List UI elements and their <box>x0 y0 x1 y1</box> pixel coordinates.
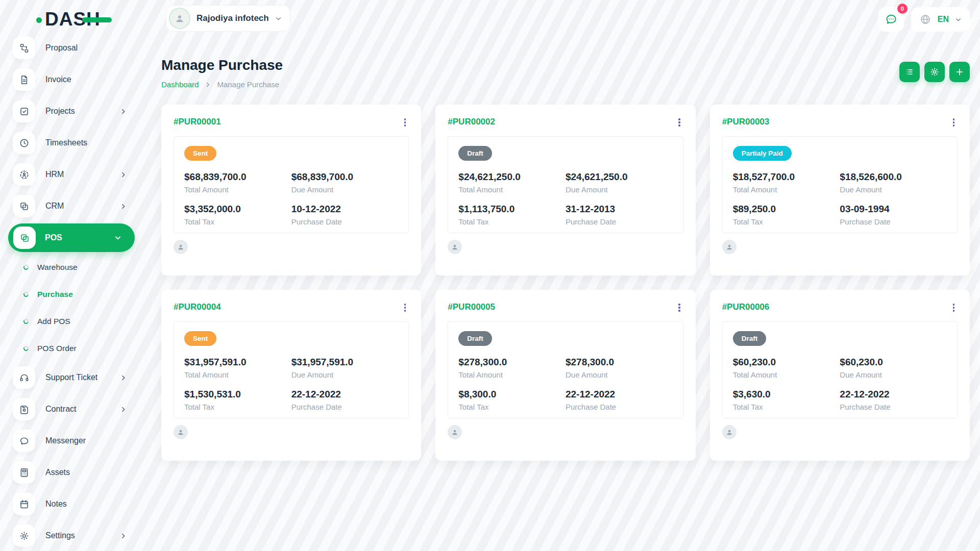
purchase-id-link[interactable]: #PUR00006 <box>722 302 770 312</box>
purchase-date-value: 31-12-2013 <box>566 204 673 215</box>
crm-icon <box>13 195 35 217</box>
messages-button[interactable]: 0 <box>878 7 904 32</box>
logo-dot <box>36 17 42 23</box>
workspace-dropdown[interactable]: Rajodiya infotech <box>166 5 290 32</box>
user-icon <box>174 13 185 24</box>
total-tax-label: Total Tax <box>458 217 566 226</box>
globe-icon <box>919 13 932 26</box>
list-view-icon <box>904 67 915 77</box>
bullet-icon <box>23 264 30 270</box>
main-content: Manage Purchase Dashboard Manage Purchas… <box>161 40 970 461</box>
avatar[interactable] <box>448 240 462 254</box>
total-tax-value: $1,530,531.0 <box>184 389 291 400</box>
language-code: EN <box>938 15 949 24</box>
breadcrumb-dashboard-link[interactable]: Dashboard <box>161 80 199 89</box>
total-tax-value: $1,113,750.0 <box>458 204 566 215</box>
avatar[interactable] <box>174 240 188 254</box>
list-view-button[interactable] <box>899 62 920 82</box>
purchase-id-link[interactable]: #PUR00004 <box>174 302 221 312</box>
notes-icon <box>13 493 35 515</box>
sidebar-subitem-pos-order[interactable]: POS Order <box>0 335 148 362</box>
chevron-right-icon <box>120 374 127 381</box>
due-amount-label: Due Amount <box>840 370 947 379</box>
purchase-id-link[interactable]: #PUR00001 <box>174 117 221 127</box>
total-amount-value: $31,957,591.0 <box>184 357 291 368</box>
total-tax-value: $3,630.0 <box>733 389 840 400</box>
purchase-date-label: Purchase Date <box>840 403 947 411</box>
sidebar-item-pos[interactable]: POS <box>0 222 148 254</box>
due-amount-value: $31,957,591.0 <box>291 357 399 368</box>
due-amount-label: Due Amount <box>566 370 673 379</box>
add-purchase-button[interactable] <box>949 62 970 82</box>
purchase-summary-box: Draft $60,230.0Total Amount $60,230.0Due… <box>722 321 958 418</box>
sidebar-item-settings[interactable]: Settings <box>0 520 148 551</box>
sidebar-item-crm[interactable]: CRM <box>0 190 148 222</box>
chevron-down-icon <box>955 16 962 23</box>
sidebar-item-messenger[interactable]: Messenger <box>0 425 148 457</box>
sidebar-item-contract[interactable]: Contract <box>0 393 148 425</box>
total-amount-label: Total Amount <box>184 370 291 379</box>
sidebar-item-assets[interactable]: Assets <box>0 457 148 488</box>
breadcrumb: Dashboard Manage Purchase <box>161 80 283 89</box>
breadcrumb-current: Manage Purchase <box>217 80 279 89</box>
sidebar-item-notes[interactable]: Notes <box>0 488 148 520</box>
total-amount-value: $24,621,250.0 <box>458 171 566 183</box>
purchase-summary-box: Sent $68,839,700.0Total Amount $68,839,7… <box>174 136 409 233</box>
purchase-cards-grid: #PUR00001 Sent $68,839,700.0Total Amount… <box>161 105 970 461</box>
purchase-id-link[interactable]: #PUR00003 <box>722 117 770 127</box>
avatar[interactable] <box>448 425 462 439</box>
pos-active-pill[interactable]: POS <box>8 223 135 252</box>
more-options-icon[interactable] <box>401 302 409 313</box>
settings-button[interactable] <box>924 62 945 82</box>
support-ticket-icon <box>13 366 35 389</box>
avatar[interactable] <box>722 240 737 254</box>
status-badge: Draft <box>733 331 767 346</box>
sidebar-item-timesheets[interactable]: Timesheets <box>0 127 148 159</box>
total-tax-value: $3,352,000.0 <box>184 204 291 215</box>
contract-icon <box>13 398 35 420</box>
language-selector[interactable]: EN <box>911 7 970 32</box>
due-amount-value: $60,230.0 <box>840 357 947 368</box>
status-badge: Sent <box>184 146 216 161</box>
plus-icon <box>954 67 965 77</box>
more-options-icon[interactable] <box>675 117 683 128</box>
sidebar-item-support-ticket[interactable]: Support Ticket <box>0 362 148 393</box>
messages-count-badge: 0 <box>897 4 908 14</box>
avatar[interactable] <box>722 425 737 439</box>
more-options-icon[interactable] <box>950 117 958 128</box>
purchase-id-link[interactable]: #PUR00005 <box>448 302 495 312</box>
sidebar-subitem-warehouse[interactable]: Warehouse <box>0 254 148 281</box>
purchase-date-value: 22-12-2022 <box>566 389 673 400</box>
pos-icon <box>13 227 36 249</box>
status-badge: Sent <box>184 331 216 346</box>
purchase-date-label: Purchase Date <box>291 217 399 226</box>
workspace-name: Rajodiya infotech <box>197 13 269 23</box>
purchase-card: #PUR00006 Draft $60,230.0Total Amount $6… <box>710 290 970 461</box>
page-title: Manage Purchase <box>161 57 283 73</box>
total-amount-value: $18,527,700.0 <box>733 171 840 183</box>
purchase-date-value: 03-09-1994 <box>840 204 947 215</box>
more-options-icon[interactable] <box>675 302 683 313</box>
purchase-id-link[interactable]: #PUR00002 <box>448 117 495 127</box>
chevron-right-icon <box>120 171 127 178</box>
sidebar-item-proposal[interactable]: Proposal <box>0 32 148 64</box>
bullet-icon <box>23 318 30 324</box>
sidebar-item-projects[interactable]: Projects <box>0 95 148 127</box>
assets-icon <box>13 461 35 484</box>
projects-icon <box>13 100 35 122</box>
more-options-icon[interactable] <box>401 117 409 128</box>
purchase-date-label: Purchase Date <box>566 403 673 411</box>
app-logo[interactable]: DASH <box>45 9 101 30</box>
more-options-icon[interactable] <box>950 302 958 313</box>
sidebar-subitem-add-pos[interactable]: Add POS <box>0 308 148 335</box>
sidebar-item-invoice[interactable]: Invoice <box>0 64 148 95</box>
total-amount-value: $60,230.0 <box>733 357 840 368</box>
sidebar-item-hrm[interactable]: HRM <box>0 159 148 190</box>
avatar[interactable] <box>174 425 188 439</box>
sidebar-subitem-purchase[interactable]: Purchase <box>0 281 148 308</box>
status-badge: Draft <box>458 146 492 161</box>
chevron-right-icon <box>120 203 127 210</box>
due-amount-value: $24,621,250.0 <box>566 171 673 183</box>
gear-icon <box>929 67 940 77</box>
total-amount-value: $68,839,700.0 <box>184 171 291 183</box>
